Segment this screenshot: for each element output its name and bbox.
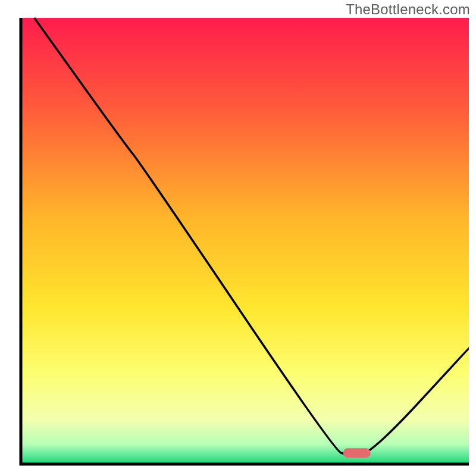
- bottleneck-chart: [0, 0, 476, 476]
- chart-container: { "watermark": "TheBottleneck.com", "cha…: [0, 0, 476, 476]
- optimal-marker: [343, 448, 371, 458]
- watermark-text: TheBottleneck.com: [346, 1, 470, 18]
- plot-background: [21, 18, 469, 464]
